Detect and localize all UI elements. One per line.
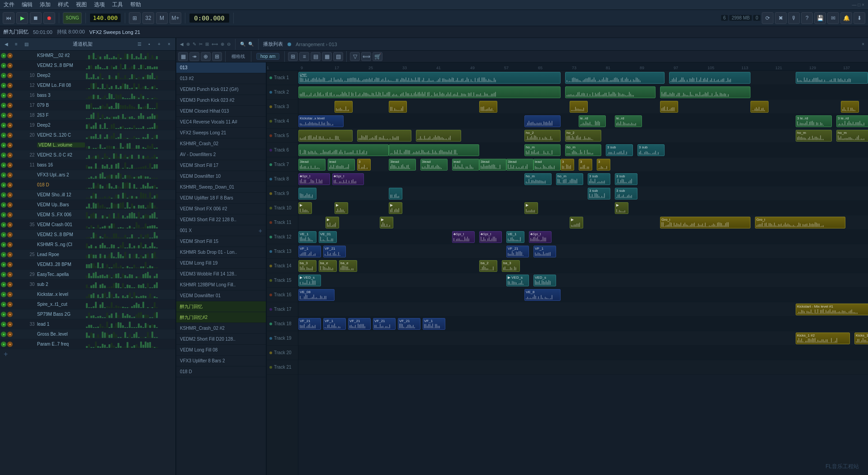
pt-icon-7[interactable]: ▤ bbox=[311, 52, 321, 61]
track-row[interactable]: ho_2ho_2ho_mho_m bbox=[298, 128, 868, 143]
track-clip[interactable]: VF_1 bbox=[423, 318, 445, 330]
ch-mute-btn[interactable]: ● bbox=[1, 232, 6, 238]
play-button[interactable]: ▶ bbox=[16, 12, 28, 24]
ch-name[interactable]: 018 D bbox=[37, 182, 85, 187]
track-row[interactable] bbox=[298, 85, 868, 100]
track-clip[interactable]: ho_m bbox=[565, 144, 601, 156]
channel-row[interactable]: ● ● 30 sub 2 bbox=[0, 280, 175, 290]
ch-mute-btn[interactable]: ● bbox=[1, 103, 6, 108]
pattern-item[interactable]: VEDM Short Fill 15 bbox=[176, 236, 266, 247]
ch-mute-btn[interactable]: ● bbox=[1, 322, 6, 327]
ch-name[interactable]: Spire_x..t1_cut bbox=[37, 302, 85, 307]
ch-name[interactable]: sub 2 bbox=[37, 282, 85, 287]
channel-row[interactable]: ● ● 35 VEDM Crash 001 bbox=[0, 220, 175, 230]
track-clip[interactable]: ▶ VED_s bbox=[506, 275, 529, 286]
cr-icon-6[interactable]: × bbox=[165, 41, 173, 48]
pattern-item[interactable]: KSHMR Sub Drop 01 - Lon.. bbox=[176, 247, 266, 258]
track-clip[interactable]: 3 sub bbox=[588, 173, 610, 185]
track-clip[interactable] bbox=[660, 101, 678, 113]
track-clip[interactable]: 3 le..rd bbox=[836, 115, 868, 127]
ch-mute-btn[interactable]: ● bbox=[1, 162, 6, 168]
ch-mute-btn[interactable]: ● bbox=[1, 312, 6, 317]
track-clip[interactable]: VF_21 bbox=[298, 318, 321, 330]
track-clip[interactable] bbox=[298, 86, 561, 98]
ch-solo-btn[interactable]: ● bbox=[7, 282, 13, 287]
channel-row[interactable]: ● ● VEDM2 S..8 BPM bbox=[0, 61, 175, 71]
channel-row[interactable]: ● ● 22 VEDH2 S..0 C #2 bbox=[0, 150, 175, 160]
tb-icon-4[interactable]: ? bbox=[801, 12, 813, 24]
track-row[interactable]: ▶▶▶Gro_iGro_i bbox=[298, 215, 868, 230]
track-clip[interactable] bbox=[570, 101, 588, 113]
ch-name[interactable]: 079 B bbox=[37, 103, 85, 108]
track-clip[interactable]: VED_s bbox=[533, 275, 556, 286]
ch-solo-btn[interactable]: ● bbox=[7, 272, 13, 277]
bpm-display[interactable]: 140.000 bbox=[90, 13, 121, 23]
ch-solo-btn[interactable]: ● bbox=[7, 252, 13, 257]
track-clip[interactable]: ♣Spi_t bbox=[332, 173, 364, 185]
channel-row[interactable]: ● ● 12 VEDM Lo..Fill 08 bbox=[0, 81, 175, 90]
track-clip[interactable]: ho_m bbox=[524, 144, 561, 156]
ch-mute-btn[interactable]: ● bbox=[1, 292, 6, 297]
ch-name[interactable]: VEDH2 S..0 C #2 bbox=[37, 152, 85, 157]
ch-solo-btn[interactable]: ● bbox=[7, 202, 13, 208]
track-clip[interactable] bbox=[565, 86, 656, 98]
channel-row[interactable]: ● ● VEDM S..FX 006 bbox=[0, 210, 175, 220]
ch-mute-btn[interactable]: ● bbox=[1, 53, 6, 58]
track-clip[interactable] bbox=[565, 72, 665, 84]
track-clip[interactable]: ba_e bbox=[319, 260, 337, 272]
ch-name[interactable]: VEDM2 S..8 BPM bbox=[37, 232, 85, 237]
ch-name[interactable]: Deep2 bbox=[37, 123, 85, 128]
ch-mute-btn[interactable]: ● bbox=[1, 202, 6, 208]
track-clip[interactable] bbox=[335, 101, 353, 113]
track-clip[interactable]: ▶ bbox=[326, 217, 339, 228]
ch-solo-btn[interactable]: ● bbox=[7, 302, 13, 307]
track-clip[interactable] bbox=[479, 101, 497, 113]
ch-name[interactable]: EasyTec..apella bbox=[37, 272, 85, 277]
track-clip[interactable]: VE_01 bbox=[319, 231, 337, 243]
track-clip[interactable]: 3lead bbox=[298, 159, 326, 171]
ch-name[interactable]: bass 16 bbox=[37, 162, 85, 167]
track-clip[interactable]: 3 le..rd bbox=[796, 115, 832, 127]
track-clip[interactable]: VE_1 bbox=[298, 231, 316, 243]
track-row[interactable]: VE_08VE_8 bbox=[298, 288, 868, 302]
track-clip[interactable]: 3lead bbox=[479, 159, 506, 171]
pt-icon-4[interactable]: ⊞ bbox=[212, 52, 222, 61]
ch-solo-btn[interactable]: ● bbox=[7, 63, 13, 68]
track-clip[interactable]: ba_2 bbox=[479, 260, 497, 272]
pattern-item[interactable]: VEDM3 Punch Kick 012 (G#) bbox=[176, 84, 266, 95]
pt-icon-2[interactable]: ↠ bbox=[189, 52, 199, 61]
track-clip[interactable]: Kicks_1 #2 bbox=[796, 332, 850, 344]
tb-icon-3[interactable]: 🎙 bbox=[788, 12, 800, 24]
track-row[interactable]: ho_mho_m3 sub3 sub bbox=[298, 143, 868, 157]
track-clip[interactable]: VF_21 bbox=[373, 318, 396, 330]
pl-icon-4[interactable]: ⊞ bbox=[205, 42, 209, 47]
pattern-item[interactable]: VEDM Uplifter 18 F 8 Bars bbox=[176, 193, 266, 204]
ch-solo-btn[interactable]: ● bbox=[7, 93, 13, 98]
ch-solo-btn[interactable]: ● bbox=[7, 73, 13, 78]
track-clip[interactable]: 3 sub bbox=[606, 144, 633, 156]
pattern-item[interactable]: VEDM3 Punch Kick 023 #2 bbox=[176, 95, 266, 106]
pattern-item[interactable]: 013 bbox=[176, 62, 266, 73]
tb-icon-8[interactable]: ⬇ bbox=[854, 12, 865, 24]
track-clip[interactable]: ♣Spi_t bbox=[529, 231, 552, 243]
track-clip[interactable]: 3 sub bbox=[615, 173, 637, 185]
track-clip[interactable]: ▶ bbox=[380, 217, 393, 228]
menu-item-add[interactable]: 添加 bbox=[40, 1, 51, 9]
tb-btn-4[interactable]: M+ bbox=[170, 12, 181, 24]
channel-row[interactable]: ● ● 33 lead 1 bbox=[0, 319, 175, 329]
pattern-item[interactable]: VEDM Long Fill 19 bbox=[176, 258, 266, 269]
pattern-item[interactable]: VEDM Long Fill 08 bbox=[176, 345, 266, 356]
ch-mute-btn[interactable]: ● bbox=[1, 262, 6, 267]
track-clip[interactable] bbox=[389, 101, 407, 113]
track-row[interactable]: VE_1VE_01♣Spi_t♣Spi_tVE_1♣Spi_t bbox=[298, 230, 868, 244]
pattern-add-icon[interactable]: + bbox=[259, 227, 262, 234]
pattern-item[interactable]: VEDM Short FX 006 #2 bbox=[176, 204, 266, 214]
track-clip[interactable] bbox=[298, 144, 389, 156]
track-clip[interactable]: VE_8 bbox=[524, 289, 561, 301]
ch-name[interactable]: VEDM3..28 BPM bbox=[37, 262, 85, 267]
ch-mute-btn[interactable]: ● bbox=[1, 242, 6, 247]
track-clip[interactable]: 3lead bbox=[506, 159, 533, 171]
ch-name[interactable]: lead 1 bbox=[37, 322, 85, 327]
track-clip[interactable]: VF_21 bbox=[506, 246, 529, 257]
track-clip[interactable] bbox=[660, 86, 750, 98]
